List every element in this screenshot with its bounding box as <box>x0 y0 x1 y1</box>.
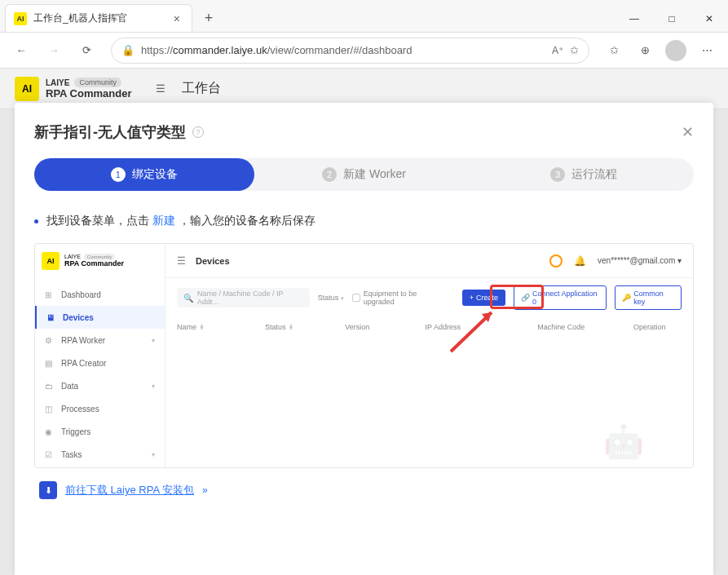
inner-main: ☰ Devices 🔔 ven******@gmail.com ▾ 🔍 Name… <box>165 244 693 467</box>
favorites-bar-icon[interactable]: ✩ <box>599 38 629 64</box>
sidebar-icon: 🖥 <box>46 313 56 322</box>
sidebar-icon: ☑ <box>45 450 55 459</box>
maximize-button[interactable]: □ <box>653 6 690 32</box>
sidebar-icon: ◉ <box>45 427 55 436</box>
new-tab-button[interactable]: + <box>197 7 220 29</box>
arrow-annotation <box>443 303 508 360</box>
upgrade-checkbox[interactable]: Equipment to be upgraded <box>352 290 445 306</box>
step-num-2: 2 <box>322 167 337 182</box>
browser-toolbar: ← → ⟳ 🔒 https://commander.laiye.uk/view/… <box>0 33 728 69</box>
inner-sidebar: AI LAIYE Community RPA Commander ⊞Dashbo… <box>35 244 165 467</box>
address-bar[interactable]: 🔒 https://commander.laiye.uk/view/comman… <box>111 38 589 64</box>
step-num-3: 3 <box>550 167 565 182</box>
instruction-text: 找到设备菜单，点击 新建 ，输入您的设备名称后保存 <box>34 214 694 228</box>
tab-close-icon[interactable]: × <box>170 12 183 25</box>
sidebar-item-rpa-creator[interactable]: ▤RPA Creator <box>35 352 165 374</box>
inner-screenshot: AI LAIYE Community RPA Commander ⊞Dashbo… <box>34 243 694 468</box>
col-version: Version <box>345 323 425 331</box>
inner-filter-bar: 🔍 Name / Machine Code / IP Addr... Statu… <box>165 278 693 317</box>
back-button[interactable]: ← <box>7 38 36 64</box>
user-email[interactable]: ven******@gmail.com ▾ <box>598 256 682 265</box>
sidebar-item-processes[interactable]: ◫Processes <box>35 397 165 420</box>
modal-title: 新手指引-无人值守类型 <box>34 122 186 142</box>
help-icon[interactable]: ? <box>192 126 204 138</box>
download-link[interactable]: 前往下载 Laiye RPA 安装包 <box>65 483 194 498</box>
browser-titlebar: AI 工作台_机器人指挥官 × + — □ ✕ <box>0 0 728 33</box>
chevron-down-icon: ▾ <box>152 451 155 458</box>
bell-icon[interactable]: 🔔 <box>574 255 586 267</box>
inner-page-title: Devices <box>196 256 230 266</box>
sidebar-icon: ▤ <box>45 359 55 368</box>
sidebar-icon: ⊞ <box>45 290 55 299</box>
profile-avatar[interactable] <box>661 38 690 64</box>
sidebar-item-rpa-worker[interactable]: ⚙RPA Worker▾ <box>35 329 165 352</box>
common-key-button[interactable]: 🔑 Common key <box>615 285 682 310</box>
lock-icon: 🔒 <box>121 44 135 56</box>
chevron-down-icon: ▾ <box>152 383 155 390</box>
status-circle-icon[interactable] <box>549 254 563 268</box>
close-window-button[interactable]: ✕ <box>690 6 728 32</box>
mini-ai-icon: AI <box>42 252 60 270</box>
instruction-link[interactable]: 新建 <box>152 214 175 228</box>
table-header: Name▲▼ Status▲▼ Version IP Address Machi… <box>165 317 693 337</box>
sidebar-icon: ◫ <box>45 405 55 414</box>
plus-icon: + <box>470 294 474 302</box>
robot-watermark-icon: 🤖 <box>603 422 644 461</box>
tab-favicon: AI <box>14 12 27 25</box>
sidebar-icon: 🗀 <box>45 382 55 391</box>
refresh-button[interactable]: ⟳ <box>72 38 101 64</box>
step-num-1: 1 <box>111 167 126 182</box>
browser-tab[interactable]: AI 工作台_机器人指挥官 × <box>5 4 192 32</box>
url-text: https://commander.laiye.uk/view/commande… <box>141 44 552 56</box>
search-input[interactable]: 🔍 Name / Machine Code / IP Addr... <box>177 288 310 307</box>
sidebar-icon: ⚙ <box>45 336 55 345</box>
inner-topbar: ☰ Devices 🔔 ven******@gmail.com ▾ <box>165 244 693 278</box>
minimize-button[interactable]: — <box>615 6 653 32</box>
step-indicator: 1 绑定设备 2 新建 Worker 3 运行流程 <box>34 158 694 191</box>
inner-toggle-icon[interactable]: ☰ <box>177 255 186 267</box>
collections-icon[interactable]: ⊕ <box>630 38 660 64</box>
favorite-icon[interactable]: ✩ <box>570 44 579 56</box>
step-label-1: 绑定设备 <box>132 167 178 182</box>
inner-logo: AI LAIYE Community RPA Commander <box>35 244 165 278</box>
sidebar-item-devices[interactable]: 🖥Devices <box>35 306 165 329</box>
sidebar-item-tasks[interactable]: ☑Tasks▾ <box>35 443 165 466</box>
step-1[interactable]: 1 绑定设备 <box>34 158 254 191</box>
chevron-down-icon: ▾ <box>152 337 155 344</box>
step-2[interactable]: 2 新建 Worker <box>254 158 474 191</box>
checkbox-icon <box>352 294 360 302</box>
step-label-3: 运行流程 <box>571 167 617 182</box>
status-filter[interactable]: Status▾ <box>318 294 345 302</box>
col-status[interactable]: Status▲▼ <box>265 323 345 331</box>
reader-icon[interactable]: A⁺ <box>552 45 563 56</box>
col-operation: Operation <box>633 323 682 331</box>
modal-close-icon[interactable]: ✕ <box>682 123 694 141</box>
tab-title: 工作台_机器人指挥官 <box>33 11 170 25</box>
sidebar-item-dashboard[interactable]: ⊞Dashboard <box>35 283 165 306</box>
download-icon: ⬇ <box>39 481 57 499</box>
download-link-row: ⬇ 前往下载 Laiye RPA 安装包 » <box>34 468 694 512</box>
col-machine: Machine Code <box>537 323 633 331</box>
forward-button[interactable]: → <box>39 38 68 64</box>
step-3[interactable]: 3 运行流程 <box>474 158 694 191</box>
window-controls: — □ ✕ <box>615 6 728 32</box>
search-icon: 🔍 <box>183 294 193 303</box>
key-icon: 🔑 <box>622 294 631 302</box>
more-menu-icon[interactable]: ⋯ <box>692 38 721 64</box>
onboarding-modal: 新手指引-无人值守类型 ? ✕ 1 绑定设备 2 新建 Worker 3 运行流… <box>15 103 713 575</box>
col-name[interactable]: Name▲▼ <box>177 323 265 331</box>
chevron-right-icon: » <box>202 484 208 496</box>
bullet-icon <box>34 219 38 223</box>
sidebar-item-data[interactable]: 🗀Data▾ <box>35 374 165 397</box>
step-label-2: 新建 Worker <box>343 167 406 182</box>
sidebar-item-triggers[interactable]: ◉Triggers <box>35 420 165 443</box>
